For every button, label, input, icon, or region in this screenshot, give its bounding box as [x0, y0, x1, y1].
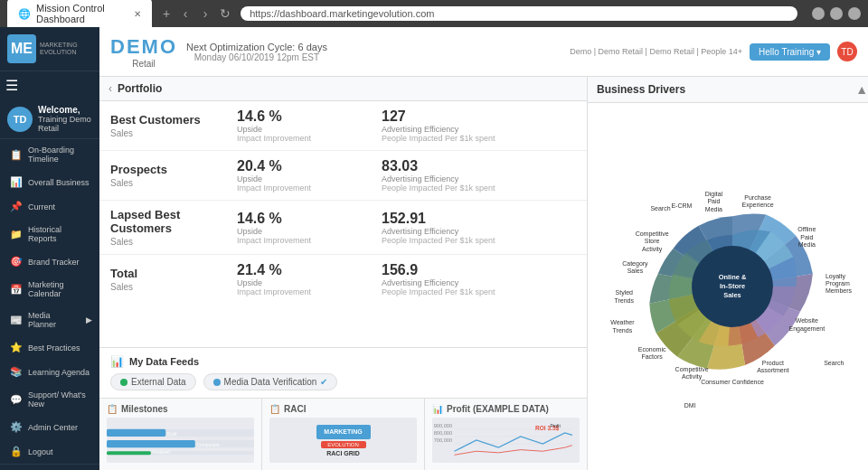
logout-icon: 🔒 [10, 446, 23, 457]
calendar-icon: 📅 [10, 284, 23, 296]
svg-rect-1 [107, 429, 165, 437]
profit-title: Profit (EXAMPLE DATA) [447, 404, 549, 414]
svg-text:Styled: Styled [616, 289, 634, 296]
raci-thumbnail[interactable]: MARKETING EVOLUTION RACI GRID [269, 418, 417, 463]
drivers-collapse-button[interactable]: ▲ [855, 82, 868, 97]
refresh-button[interactable]: ↻ [217, 6, 233, 21]
back-button[interactable]: ‹ [177, 6, 193, 21]
sidebar-label-planner: Media Planner [28, 311, 80, 329]
svg-text:Profit: Profit [550, 424, 561, 428]
sidebar-item-learning[interactable]: 📚 Learning Agenda [0, 360, 99, 384]
row-label-prospects: Prospects Sales [110, 163, 237, 188]
metric-upside-0: 14.6 % Upside Impact Improvement [237, 108, 382, 143]
svg-rect-5 [107, 451, 151, 455]
sidebar-item-support[interactable]: 💬 Support/ What's New [0, 384, 99, 415]
top-links-text: Demo | Demo Retail | Demo Retail | Peopl… [570, 47, 742, 56]
maximize-button[interactable] [830, 7, 843, 20]
tab-close-icon[interactable]: ✕ [134, 9, 141, 19]
sidebar-item-logout[interactable]: 🔒 Logout [0, 439, 99, 464]
app-container: ME MARKETINGEVOLUTION ☰ TD Welcome, Trai… [0, 27, 868, 470]
bottom-row: 📋 Milestones Draft [99, 398, 587, 470]
svg-text:Finalized: Finalized [153, 450, 171, 455]
sidebar-item-onboarding[interactable]: 📋 On-Boarding Timeline [0, 139, 99, 170]
svg-text:Website: Website [796, 317, 818, 324]
wheel-container: Online & In-Store Sales Purchase Experie… [588, 103, 868, 470]
retail-label: Retail [132, 59, 156, 69]
browser-chrome: 🌐 Mission Control Dashboard ✕ + ‹ › ↻ ht… [0, 0, 868, 27]
svg-text:Program: Program [826, 280, 850, 287]
logo-area: ME MARKETINGEVOLUTION [0, 27, 99, 71]
new-tab-button[interactable]: + [163, 6, 170, 21]
browser-tab[interactable]: 🌐 Mission Control Dashboard ✕ [7, 0, 152, 28]
forward-button[interactable]: › [197, 6, 213, 21]
demo-logo: DEMO Retail [110, 35, 177, 69]
svg-text:E-CRM: E-CRM [671, 202, 692, 209]
feed-external[interactable]: External Data [110, 373, 196, 390]
metric-upside-3: 21.4 % Upside Impact Improvement [237, 262, 382, 296]
portfolio-title: Portfolio [118, 82, 162, 95]
svg-text:DMI: DMI [684, 402, 696, 409]
sidebar-label-learning: Learning Agenda [28, 368, 90, 377]
row-label-best-customers: Best Customers Sales [110, 113, 237, 138]
svg-text:900,000: 900,000 [434, 423, 453, 428]
user-info: Welcome, Training Demo Retail [38, 105, 92, 133]
hello-button[interactable]: Hello Training ▾ [750, 43, 830, 61]
svg-text:Weather: Weather [610, 319, 635, 325]
portfolio-header: ‹ Portfolio [99, 77, 587, 101]
current-icon: 📌 [10, 201, 23, 212]
content-area: ‹ Portfolio Best Customers Sales 14.6 % … [99, 77, 868, 470]
svg-text:Competitive: Competitive [675, 366, 709, 373]
metric-efficiency-2: 152.91 Advertising Efficiency People Imp… [382, 211, 587, 245]
milestones-thumbnail[interactable]: Draft Component Finalized [107, 418, 254, 463]
top-bar: DEMO Retail Next Optimization Cycle: 6 d… [99, 27, 868, 77]
feed-media-check: ✔ [320, 377, 327, 387]
svg-text:Offline: Offline [797, 226, 816, 232]
sidebar-item-admin[interactable]: ⚙️ Admin Center [0, 415, 99, 439]
window-controls [812, 7, 861, 20]
svg-text:Engagement: Engagement [788, 325, 825, 333]
feed-media[interactable]: Media Data Verification ✔ [203, 373, 338, 390]
onboarding-icon: 📋 [10, 149, 23, 161]
sidebar-item-practices[interactable]: ⭐ Best Practices [0, 335, 99, 360]
business-drivers-wheel[interactable]: Online & In-Store Sales Purchase Experie… [588, 155, 868, 418]
sidebar-item-calendar[interactable]: 📅 Marketing Calendar [0, 274, 99, 305]
portfolio-nav-back[interactable]: ‹ [108, 82, 112, 95]
window-close-button[interactable] [848, 7, 861, 20]
cycle-info: Next Optimization Cycle: 6 days Monday 0… [186, 42, 327, 62]
portfolio-panel: ‹ Portfolio Best Customers Sales 14.6 % … [99, 77, 588, 470]
hamburger-menu[interactable]: ☰ [5, 77, 18, 94]
milestones-header: 📋 Milestones [107, 404, 254, 414]
sidebar-item-current[interactable]: 📌 Current [0, 194, 99, 219]
practices-icon: ⭐ [10, 342, 23, 353]
sidebar-item-planner[interactable]: 📰 Media Planner ▶ [0, 305, 99, 335]
feed-dot-external [120, 379, 127, 386]
svg-text:Members: Members [826, 287, 853, 294]
svg-text:Store: Store [645, 238, 660, 244]
drivers-header: Business Drivers ▲ [588, 77, 868, 103]
minimize-button[interactable] [812, 7, 825, 20]
profit-thumbnail[interactable]: 900,000 800,000 700,000 ROI 3.5$ Profit [432, 418, 580, 463]
sidebar-item-brand[interactable]: 🎯 Brand Tracker [0, 249, 99, 274]
metric-efficiency-0: 127 Advertising Efficiency People Impact… [382, 108, 587, 143]
svg-text:Product: Product [762, 360, 784, 366]
cycle-title: Next Optimization Cycle: 6 days [186, 42, 327, 52]
overall-icon: 📊 [10, 176, 23, 188]
raci-title: RACI [284, 404, 306, 414]
address-bar[interactable]: https://dashboard.marketingevolution.com [241, 6, 797, 21]
svg-text:Activity: Activity [682, 373, 703, 381]
metric-upside-1: 20.4 % Upside Impact Improvement [237, 158, 382, 193]
svg-text:Experience: Experience [742, 202, 774, 209]
bottom-panel-profit: 📊 Profit (EXAMPLE DATA) 900,000 800,000 … [425, 399, 587, 470]
sidebar-item-historical[interactable]: 📁 Historical Reports [0, 219, 99, 249]
svg-text:Draft: Draft [167, 432, 177, 437]
sidebar-label-logout: Logout [28, 447, 53, 456]
top-links: Demo | Demo Retail | Demo Retail | Peopl… [570, 47, 742, 56]
svg-text:In-Store: In-Store [720, 282, 745, 290]
sidebar-item-overall[interactable]: 📊 Overall Business [0, 170, 99, 194]
feed-media-label: Media Data Verification [224, 377, 317, 387]
table-row: Lapsed Best Customers Sales 14.6 % Upsid… [99, 201, 587, 255]
feeds-icon: 📊 [110, 355, 124, 368]
user-area: TD Welcome, Training Demo Retail [0, 99, 99, 139]
svg-text:Economic: Economic [638, 346, 666, 352]
svg-text:Competitive: Competitive [636, 230, 669, 238]
